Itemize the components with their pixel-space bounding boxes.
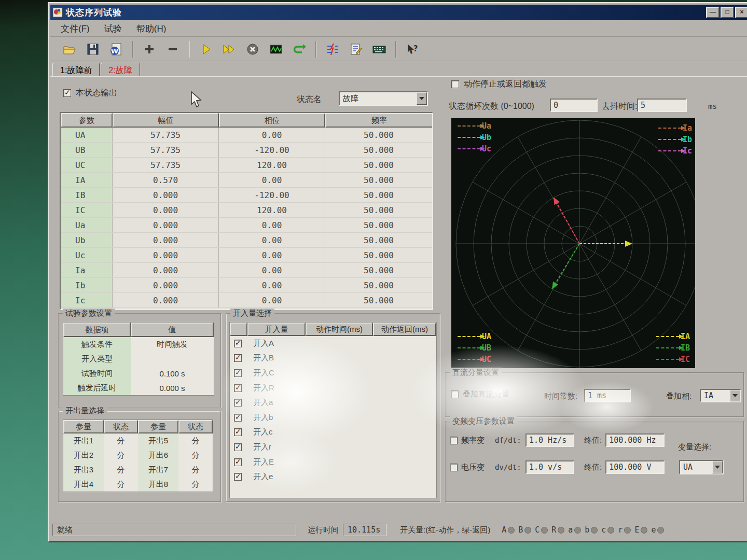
- amplitude-cell[interactable]: 57.735: [113, 158, 219, 172]
- run-test-button[interactable]: [195, 39, 217, 59]
- phase-cell[interactable]: 0.00: [219, 248, 325, 262]
- minimize-button[interactable]: —: [706, 7, 720, 18]
- output-state-cell[interactable]: 分: [178, 448, 213, 463]
- close-button[interactable]: ×: [735, 7, 747, 18]
- loop-count-input[interactable]: 0: [550, 99, 598, 112]
- value-cell[interactable]: [131, 352, 214, 366]
- binary-input-checkbox[interactable]: [234, 458, 242, 466]
- soft-keyboard-button[interactable]: [368, 39, 390, 59]
- frequency-cell[interactable]: 50.000: [325, 293, 432, 307]
- binary-input-checkbox[interactable]: [234, 369, 242, 377]
- frequency-cell[interactable]: 50.000: [325, 143, 432, 157]
- chevron-down-icon[interactable]: [712, 461, 723, 473]
- frequency-cell[interactable]: 50.000: [325, 158, 432, 172]
- amplitude-cell[interactable]: 57.735: [113, 143, 219, 157]
- binary-input-checkbox[interactable]: [234, 443, 242, 451]
- output-state-cell[interactable]: 分: [104, 477, 138, 492]
- phase-cell[interactable]: 0.00: [219, 128, 325, 142]
- fault-inject-button[interactable]: [322, 39, 343, 59]
- output-state-cell[interactable]: 分: [104, 448, 138, 463]
- tab-pre-fault[interactable]: 1:故障前: [52, 63, 100, 77]
- amplitude-cell[interactable]: 0.000: [113, 293, 219, 307]
- output-state-cell[interactable]: 分: [178, 477, 213, 492]
- amplitude-cell[interactable]: 0.000: [113, 248, 219, 262]
- ramp-rate-input[interactable]: 1.0 Hz/s: [525, 433, 574, 447]
- stop-or-return-trigger-checkbox[interactable]: [451, 80, 459, 88]
- amplitude-cell[interactable]: 0.000: [113, 203, 219, 217]
- amplitude-cell[interactable]: 0.000: [113, 263, 219, 277]
- tab-fault[interactable]: 2:故障: [101, 63, 140, 77]
- amplitude-cell[interactable]: 0.000: [113, 278, 219, 292]
- ramp-rate-input[interactable]: 1.0 v/s: [525, 460, 574, 474]
- run-continuous-button[interactable]: [218, 39, 240, 59]
- amplitude-cell[interactable]: 0.000: [113, 218, 219, 232]
- frequency-cell[interactable]: 50.000: [325, 188, 432, 202]
- output-state-cell[interactable]: 分: [104, 433, 138, 448]
- phase-cell[interactable]: 0.00: [219, 233, 325, 247]
- state-name-combo[interactable]: 故障: [339, 91, 428, 106]
- frequency-cell[interactable]: 50.000: [325, 278, 432, 292]
- add-state-button[interactable]: [139, 39, 160, 59]
- variable-select-combo[interactable]: UA: [679, 460, 724, 474]
- binary-input-checkbox[interactable]: [234, 399, 242, 407]
- phase-cell[interactable]: 0.00: [219, 263, 325, 277]
- save-file-button[interactable]: [82, 39, 104, 59]
- binary-input-checkbox[interactable]: [234, 354, 242, 362]
- revert-button[interactable]: [288, 39, 310, 59]
- open-file-button[interactable]: [59, 39, 80, 59]
- value-cell[interactable]: 时间触发: [131, 337, 214, 352]
- phase-cell[interactable]: 0.00: [219, 173, 325, 187]
- amplitude-cell[interactable]: 0.570: [113, 173, 219, 187]
- phase-cell[interactable]: 0.00: [219, 218, 325, 232]
- ramp-enable-checkbox[interactable]: [450, 464, 458, 471]
- binary-input-checkbox[interactable]: [234, 473, 242, 481]
- phase-cell[interactable]: 120.00: [219, 203, 325, 217]
- frequency-cell[interactable]: 50.000: [325, 263, 432, 277]
- menu-item[interactable]: 文件(F): [54, 22, 96, 36]
- phase-cell[interactable]: 0.00: [219, 293, 325, 307]
- remove-state-button[interactable]: [162, 39, 184, 59]
- chevron-down-icon[interactable]: [730, 390, 740, 401]
- value-cell[interactable]: 0.100 s: [131, 366, 214, 381]
- report-view-button[interactable]: [345, 39, 367, 59]
- menu-item[interactable]: 试验: [98, 22, 128, 36]
- binary-input-checkbox[interactable]: [234, 340, 242, 347]
- binary-input-checkbox[interactable]: [234, 414, 242, 422]
- output-state-cell[interactable]: 分: [178, 463, 213, 477]
- ramp-final-input[interactable]: 100.000 V: [605, 460, 665, 474]
- context-help-button[interactable]: ?: [402, 39, 423, 59]
- value-cell[interactable]: 0.000 s: [131, 381, 214, 395]
- indicator-letter: e: [651, 525, 656, 535]
- ramp-enable-checkbox[interactable]: [450, 437, 458, 444]
- superimpose-phase-combo[interactable]: IA: [700, 389, 741, 402]
- frequency-cell[interactable]: 50.000: [325, 233, 432, 247]
- phase-cell[interactable]: -120.00: [219, 188, 325, 202]
- output-state-cell[interactable]: 分: [104, 463, 138, 477]
- output-state-cell[interactable]: 分: [178, 433, 213, 448]
- phase-cell[interactable]: 0.00: [219, 278, 325, 292]
- frequency-cell[interactable]: 50.000: [325, 203, 432, 217]
- phase-cell[interactable]: -120.00: [219, 143, 325, 157]
- binary-input-checkbox[interactable]: [234, 428, 242, 436]
- amplitude-cell[interactable]: 0.000: [113, 188, 219, 202]
- amplitude-cell[interactable]: 57.735: [113, 128, 219, 142]
- menu-item[interactable]: 帮助(H): [130, 22, 173, 36]
- frequency-cell[interactable]: 50.000: [325, 173, 432, 187]
- state-output-checkbox[interactable]: [63, 89, 71, 97]
- frequency-cell[interactable]: 50.000: [325, 248, 432, 262]
- time-constant-input[interactable]: 1 ms: [584, 389, 631, 402]
- frequency-cell[interactable]: 50.000: [325, 218, 432, 232]
- export-word-button[interactable]: W: [105, 39, 127, 59]
- chevron-down-icon[interactable]: [417, 92, 427, 105]
- amplitude-cell[interactable]: 0.000: [113, 233, 219, 247]
- debounce-time-input[interactable]: 5: [637, 99, 687, 112]
- maximize-button[interactable]: □: [721, 7, 734, 18]
- dc-offset-checkbox[interactable]: [451, 390, 459, 398]
- binary-input-checkbox[interactable]: [234, 384, 242, 392]
- frequency-cell[interactable]: 50.000: [325, 128, 432, 142]
- stop-test-button[interactable]: [242, 39, 264, 59]
- waveform-view-button[interactable]: [265, 39, 287, 59]
- phase-cell[interactable]: 120.00: [219, 158, 325, 172]
- ramp-final-input[interactable]: 100.000 Hz: [605, 433, 665, 447]
- legend-item: Ib: [658, 134, 692, 144]
